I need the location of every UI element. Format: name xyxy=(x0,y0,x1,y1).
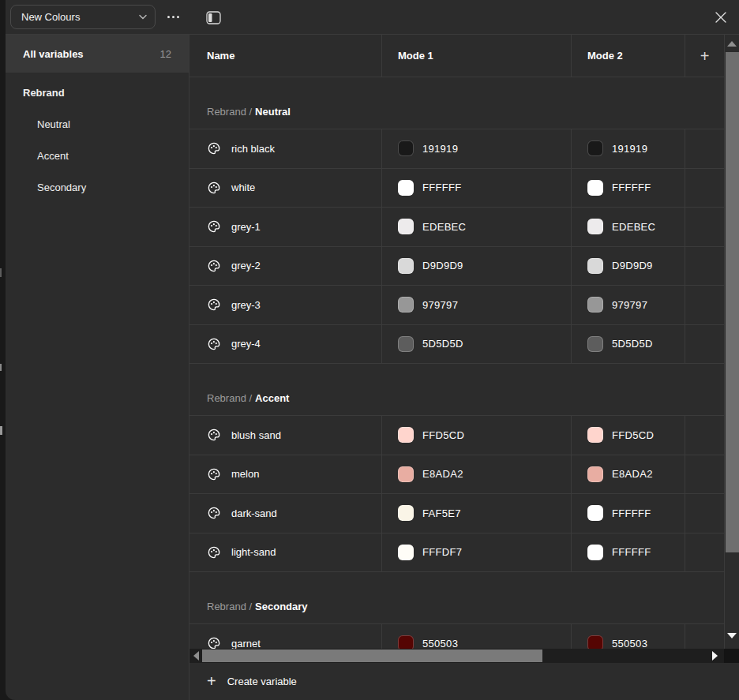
more-options-button[interactable] xyxy=(160,6,186,29)
variable-row[interactable]: blush sand FFD5CD FFD5CD xyxy=(189,415,724,455)
mode2-value-cell[interactable]: FFFFFF xyxy=(572,494,685,533)
color-swatch[interactable] xyxy=(587,466,603,482)
hex-value: EDEBEC xyxy=(612,221,655,233)
hex-value: 550503 xyxy=(422,638,458,649)
color-swatch[interactable] xyxy=(398,258,414,274)
close-button[interactable] xyxy=(709,6,733,29)
color-swatch[interactable] xyxy=(587,258,603,274)
sidebar-item-rebrand[interactable]: Rebrand xyxy=(6,77,189,108)
hex-value: 550503 xyxy=(612,638,647,649)
add-mode-button[interactable]: + xyxy=(685,35,724,77)
variable-name-cell[interactable]: grey-1 xyxy=(189,208,382,246)
variable-name-cell[interactable]: grey-2 xyxy=(189,247,382,286)
color-swatch[interactable] xyxy=(398,635,414,649)
variable-row[interactable]: white FFFFFF FFFFFF xyxy=(189,168,724,208)
scroll-down-arrow-icon[interactable] xyxy=(727,633,737,638)
sidebar-item-neutral[interactable]: Neutral xyxy=(6,108,189,140)
column-header-mode1[interactable]: Mode 1 xyxy=(382,35,572,77)
variable-row[interactable]: grey-4 5D5D5D 5D5D5D xyxy=(189,324,724,364)
color-swatch[interactable] xyxy=(398,505,414,521)
color-swatch[interactable] xyxy=(587,336,603,352)
mode1-value-cell[interactable]: FFFFFF xyxy=(382,169,572,208)
column-header-name: Name xyxy=(189,35,382,77)
color-swatch[interactable] xyxy=(398,336,414,352)
variable-row[interactable]: rich black 191919 191919 xyxy=(189,129,724,168)
mode1-value-cell[interactable]: EDEBEC xyxy=(382,208,572,246)
horizontal-scrollbar-thumb[interactable] xyxy=(202,649,542,662)
scroll-up-arrow-icon[interactable] xyxy=(727,41,737,47)
mode1-value-cell[interactable]: 5D5D5D xyxy=(382,325,572,364)
color-swatch[interactable] xyxy=(587,140,603,156)
color-swatch[interactable] xyxy=(587,180,603,196)
mode2-value-cell[interactable]: EDEBEC xyxy=(572,208,685,246)
mode2-value-cell[interactable]: D9D9D9 xyxy=(572,247,685,286)
mode2-value-cell[interactable]: FFFFFF xyxy=(572,169,685,208)
variable-name-cell[interactable]: grey-3 xyxy=(189,286,382,324)
vertical-scrollbar[interactable] xyxy=(724,35,739,649)
sidebar-toggle-button[interactable] xyxy=(201,6,225,29)
variable-name-cell[interactable]: light-sand xyxy=(189,533,382,572)
mode1-value-cell[interactable]: D9D9D9 xyxy=(382,247,572,286)
plus-icon: + xyxy=(700,48,710,64)
color-swatch[interactable] xyxy=(398,545,414,560)
mode1-value-cell[interactable]: FAF5E7 xyxy=(382,494,572,533)
color-swatch[interactable] xyxy=(587,505,603,521)
panel-content: All variables 12 RebrandNeutralAccentSec… xyxy=(6,35,739,700)
scroll-right-arrow-icon[interactable] xyxy=(712,651,718,661)
variable-row[interactable]: grey-1 EDEBEC EDEBEC xyxy=(189,207,724,246)
create-variable-button[interactable]: + Create variable xyxy=(189,663,739,700)
scroll-left-arrow-icon[interactable] xyxy=(193,651,199,661)
column-header-mode2[interactable]: Mode 2 xyxy=(572,35,685,77)
mode2-value-cell[interactable]: E8ADA2 xyxy=(572,455,685,494)
color-swatch[interactable] xyxy=(398,219,414,234)
color-swatch[interactable] xyxy=(398,297,414,313)
hex-value: 979797 xyxy=(422,299,458,311)
mode1-value-cell[interactable]: 191919 xyxy=(382,129,572,168)
color-swatch[interactable] xyxy=(587,297,603,313)
variable-row[interactable]: grey-2 D9D9D9 D9D9D9 xyxy=(189,246,724,286)
mode1-value-cell[interactable]: 550503 xyxy=(382,624,572,649)
hex-value: D9D9D9 xyxy=(612,260,653,271)
mode2-value-cell[interactable]: 191919 xyxy=(572,129,685,168)
color-swatch[interactable] xyxy=(398,180,414,196)
mode1-value-cell[interactable]: FFD5CD xyxy=(382,416,572,455)
variable-name: grey-1 xyxy=(231,221,261,233)
collection-selector[interactable]: New Colours xyxy=(10,5,156,29)
sidebar-item-accent[interactable]: Accent xyxy=(6,140,189,171)
color-swatch[interactable] xyxy=(587,219,603,234)
variable-name-cell[interactable]: garnet xyxy=(189,624,382,649)
color-swatch[interactable] xyxy=(398,140,414,156)
sidebar-item-secondary[interactable]: Secondary xyxy=(6,171,189,203)
mode2-value-cell[interactable]: FFD5CD xyxy=(572,416,685,455)
color-swatch[interactable] xyxy=(398,466,414,482)
variable-row[interactable]: melon E8ADA2 E8ADA2 xyxy=(189,455,724,494)
mode2-value-cell[interactable]: 5D5D5D xyxy=(572,325,685,364)
row-extra-cell xyxy=(685,455,724,494)
mode1-value-cell[interactable]: E8ADA2 xyxy=(382,455,572,494)
mode1-value-cell[interactable]: 979797 xyxy=(382,286,572,324)
variable-name-cell[interactable]: white xyxy=(189,169,382,208)
sidebar-item-all-variables[interactable]: All variables 12 xyxy=(6,35,189,73)
color-swatch[interactable] xyxy=(398,427,414,443)
mode2-value-cell[interactable]: 979797 xyxy=(572,286,685,324)
variable-name-cell[interactable]: rich black xyxy=(189,129,382,168)
color-swatch[interactable] xyxy=(587,427,603,443)
variable-name-cell[interactable]: grey-4 xyxy=(189,325,382,364)
vertical-scrollbar-thumb[interactable] xyxy=(726,52,739,552)
mode2-value-cell[interactable]: FFFFFF xyxy=(572,533,685,572)
variable-name-cell[interactable]: blush sand xyxy=(189,416,382,455)
variable-row[interactable]: garnet 550503 550503 xyxy=(189,623,724,649)
horizontal-scrollbar[interactable] xyxy=(189,649,724,663)
mode2-value-cell[interactable]: 550503 xyxy=(572,624,685,649)
variable-row[interactable]: light-sand FFFDF7 FFFFFF xyxy=(189,533,724,572)
color-swatch[interactable] xyxy=(587,635,603,649)
horizontal-scrollbar-row xyxy=(189,649,739,663)
variable-name-cell[interactable]: melon xyxy=(189,455,382,494)
variable-name-cell[interactable]: dark-sand xyxy=(189,494,382,533)
hex-value: FAF5E7 xyxy=(422,507,461,519)
group-name: Neutral xyxy=(255,106,291,118)
color-swatch[interactable] xyxy=(587,545,603,560)
variable-row[interactable]: grey-3 979797 979797 xyxy=(189,285,724,324)
variable-row[interactable]: dark-sand FAF5E7 FFFFFF xyxy=(189,493,724,533)
mode1-value-cell[interactable]: FFFDF7 xyxy=(382,533,572,572)
